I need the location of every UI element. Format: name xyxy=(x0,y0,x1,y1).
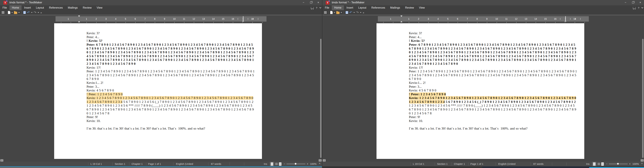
undo-icon[interactable]: ↶ xyxy=(350,11,352,14)
menu-tab[interactable]: Home xyxy=(332,6,344,10)
left-margin-marker[interactable] xyxy=(400,16,403,23)
status-language[interactable]: English (United xyxy=(498,162,516,165)
chevron-down-icon[interactable] xyxy=(319,7,321,8)
page-view-icon[interactable] xyxy=(592,162,596,166)
new-document-dropdown-icon[interactable] xyxy=(12,12,13,13)
status-page[interactable]: Page 1 of 1 xyxy=(470,162,483,165)
hamburger-menu-icon[interactable] xyxy=(2,11,4,14)
undo-icon[interactable]: ↶ xyxy=(27,11,30,14)
restore-button[interactable] xyxy=(629,0,636,6)
scroll-left-icon[interactable]: ‹ xyxy=(0,159,3,161)
status-insert-mode[interactable]: Ins xyxy=(586,162,590,165)
menu-tab[interactable]: Layout xyxy=(33,6,46,10)
right-margin-marker[interactable] xyxy=(565,16,566,22)
status-section[interactable]: Section 1 xyxy=(437,162,448,165)
title-bar[interactable]: T tmdx format * - TextMaker − × xyxy=(322,0,644,6)
open-folder-icon[interactable] xyxy=(14,12,17,14)
open-dropdown-icon[interactable] xyxy=(341,12,342,13)
menu-tab[interactable]: Mailings xyxy=(388,6,402,10)
left-margin-marker[interactable] xyxy=(78,16,80,23)
redo-icon[interactable]: ↷ xyxy=(356,11,359,14)
zoom-slider-thumb[interactable] xyxy=(294,163,296,165)
draft-view-icon[interactable] xyxy=(598,163,600,165)
redo-icon[interactable]: ↷ xyxy=(34,11,36,14)
right-margin-marker[interactable] xyxy=(243,16,244,22)
status-chapter[interactable]: Chapter 1 xyxy=(454,162,465,165)
help-icon[interactable]: ? xyxy=(638,7,639,9)
zoom-in-icon[interactable]: + xyxy=(307,162,308,165)
menu-tab[interactable]: Layout xyxy=(356,6,369,10)
help-icon[interactable]: ? xyxy=(316,7,317,9)
menu-tab[interactable]: References xyxy=(369,6,388,10)
menu-tab[interactable]: Review xyxy=(402,6,416,10)
undo-dropdown-icon[interactable] xyxy=(31,12,32,13)
status-section[interactable]: Section 1 xyxy=(115,162,125,165)
vertical-scrollbar-thumb[interactable] xyxy=(320,39,322,158)
menu-tab[interactable]: View xyxy=(416,6,427,10)
menu-tab[interactable]: Insert xyxy=(22,6,33,10)
zoom-level[interactable]: 100% xyxy=(310,162,316,165)
shopping-cart-icon[interactable] xyxy=(633,7,636,9)
menu-tab[interactable]: View xyxy=(94,6,105,10)
status-chapter[interactable]: Chapter 1 xyxy=(132,162,143,165)
zoom-in-icon[interactable]: + xyxy=(629,162,630,165)
title-bar[interactable]: T tmdx format * - TextMaker − × xyxy=(0,0,322,6)
zoom-level[interactable]: 100% xyxy=(632,162,639,165)
zoom-slider[interactable] xyxy=(609,164,628,164)
status-line-col[interactable]: L 19 Col 1 xyxy=(413,162,424,165)
restore-button[interactable] xyxy=(307,0,314,6)
menu-tab[interactable]: Insert xyxy=(344,6,356,10)
vertical-scrollbar[interactable] xyxy=(320,23,322,159)
chevron-down-icon[interactable] xyxy=(641,7,643,8)
new-document-icon[interactable] xyxy=(330,11,332,14)
status-language[interactable]: English (United xyxy=(176,162,193,165)
redo-dropdown-icon[interactable] xyxy=(360,12,361,13)
zoom-slider-thumb[interactable] xyxy=(617,163,619,165)
toolbar-overflow-icon[interactable]: » xyxy=(40,11,42,14)
status-page[interactable]: Page 1 of 1 xyxy=(148,162,161,165)
redo-dropdown-icon[interactable] xyxy=(38,12,39,13)
zoom-slider[interactable] xyxy=(286,164,305,164)
save-icon[interactable] xyxy=(23,11,26,14)
minimize-button[interactable]: − xyxy=(300,0,307,6)
toolbar-overflow-icon[interactable]: » xyxy=(363,11,364,14)
status-overflow-icon[interactable]: » xyxy=(319,162,320,165)
document-page[interactable]: Kevin: 3? Peter: 4... ! Kevin: 5? Peter:… xyxy=(54,23,262,159)
hamburger-menu-icon[interactable] xyxy=(324,11,327,14)
shopping-cart-icon[interactable] xyxy=(311,7,314,9)
scroll-right-icon[interactable]: › xyxy=(319,159,322,161)
undo-dropdown-icon[interactable] xyxy=(354,12,355,13)
menu-tab[interactable]: File xyxy=(0,6,10,10)
status-word-count[interactable]: 87 words xyxy=(533,162,544,165)
status-line-col[interactable]: L 19 Col 1 xyxy=(90,162,102,165)
close-button[interactable]: × xyxy=(314,0,322,6)
new-document-icon[interactable] xyxy=(8,11,10,14)
minimize-button[interactable]: − xyxy=(622,0,629,6)
menu-tab[interactable]: Mailings xyxy=(65,6,80,10)
horizontal-scrollbar[interactable]: ‹ › xyxy=(0,159,322,161)
outline-view-icon[interactable] xyxy=(601,162,604,166)
close-button[interactable]: × xyxy=(636,0,644,6)
status-word-count[interactable]: 87 words xyxy=(211,162,221,165)
menu-tab[interactable]: Review xyxy=(80,6,94,10)
document-page[interactable]: Kevin: 3? Peter: 4... ! Kevin: 5? Peter:… xyxy=(376,23,584,159)
open-dropdown-icon[interactable] xyxy=(18,12,20,13)
save-icon[interactable] xyxy=(346,11,348,14)
open-folder-icon[interactable] xyxy=(336,12,340,14)
status-insert-mode[interactable]: Ins xyxy=(264,162,267,165)
menu-tab[interactable]: Home xyxy=(10,6,22,10)
outline-view-icon[interactable] xyxy=(279,162,282,166)
scroll-right-icon[interactable]: › xyxy=(641,159,644,161)
menu-tab[interactable]: References xyxy=(46,6,66,10)
status-overflow-icon[interactable]: » xyxy=(641,162,643,165)
zoom-out-icon[interactable]: − xyxy=(284,162,285,165)
vertical-scrollbar-thumb[interactable] xyxy=(642,39,644,158)
zoom-out-icon[interactable]: − xyxy=(606,162,608,165)
draft-view-icon[interactable] xyxy=(275,163,278,165)
horizontal-scrollbar[interactable]: ‹ › xyxy=(322,159,644,161)
menu-tab[interactable]: File xyxy=(322,6,332,10)
page-view-icon[interactable] xyxy=(270,162,274,166)
new-document-dropdown-icon[interactable] xyxy=(334,12,335,13)
scroll-left-icon[interactable]: ‹ xyxy=(323,159,326,161)
vertical-scrollbar[interactable] xyxy=(642,23,644,159)
